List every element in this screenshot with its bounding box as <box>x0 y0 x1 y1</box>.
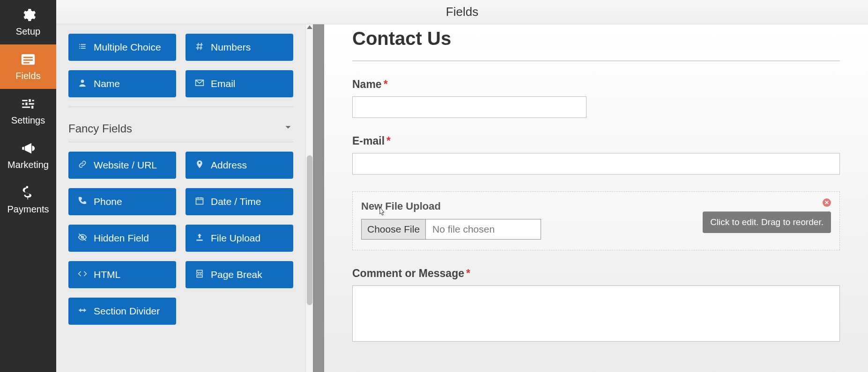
form-icon <box>20 51 37 68</box>
required-asterisk: * <box>466 267 470 279</box>
field-btn-label: Numbers <box>211 42 251 53</box>
field-btn-label: Phone <box>94 196 122 207</box>
svg-rect-3 <box>23 62 30 64</box>
nav-label: Setup <box>16 26 40 37</box>
message-textarea[interactable] <box>352 285 840 342</box>
email-label: E-mail* <box>352 135 840 147</box>
required-asterisk: * <box>386 135 391 147</box>
field-btn-datetime[interactable]: Date / Time <box>185 188 293 215</box>
field-btn-website[interactable]: Website / URL <box>68 152 176 179</box>
envelope-icon <box>195 78 204 90</box>
hr-icon <box>78 306 87 317</box>
form-preview: Contact Us Name* E-mail* ✕ New File Uplo… <box>324 24 868 372</box>
edit-drag-tooltip: Click to edit. Drag to reorder. <box>703 212 831 233</box>
name-field-block[interactable]: Name* <box>352 78 840 118</box>
name-label: Name* <box>352 78 840 91</box>
nav-label: Fields <box>15 71 40 81</box>
field-btn-name[interactable]: Name <box>68 70 176 97</box>
field-btn-label: Hidden Field <box>94 233 149 244</box>
gear-icon <box>20 7 37 23</box>
delete-field-icon[interactable]: ✕ <box>823 198 831 207</box>
list-icon <box>78 42 87 53</box>
hash-icon <box>195 42 204 53</box>
file-upload-field-block[interactable]: ✕ New File Upload Choose File No file ch… <box>352 191 840 250</box>
email-field-block[interactable]: E-mail* <box>352 135 840 175</box>
field-btn-section-divider[interactable]: Section Divider <box>68 298 176 325</box>
field-btn-pagebreak[interactable]: Page Break <box>185 261 293 288</box>
message-field-block[interactable]: Comment or Message* <box>352 267 840 343</box>
eye-slash-icon <box>78 233 87 244</box>
field-btn-html[interactable]: HTML <box>68 261 176 288</box>
sliders-icon <box>20 95 37 112</box>
message-label: Comment or Message* <box>352 267 840 280</box>
scroll-thumb[interactable] <box>307 155 312 305</box>
title-divider <box>352 60 840 61</box>
field-btn-label: Section Divider <box>94 306 160 317</box>
choose-file-button[interactable]: Choose File <box>361 219 426 240</box>
nav-payments[interactable]: Payments <box>0 178 56 222</box>
form-title[interactable]: Contact Us <box>352 28 840 49</box>
field-btn-label: Website / URL <box>94 160 157 171</box>
field-btn-label: Name <box>94 78 120 89</box>
svg-rect-2 <box>23 59 33 61</box>
nav-label: Payments <box>7 204 49 215</box>
phone-icon <box>78 196 87 208</box>
nav-marketing[interactable]: Marketing <box>0 133 56 178</box>
field-btn-multiple-choice[interactable]: Multiple Choice <box>68 34 176 61</box>
field-palette: Multiple ChoiceNumbers NameEmail Fancy F… <box>56 24 305 372</box>
panel-divider[interactable] <box>313 24 324 372</box>
fancy-fields-section-header[interactable]: Fancy Fields <box>68 116 293 142</box>
chevron-down-icon <box>283 122 293 135</box>
person-icon <box>78 78 87 90</box>
email-input[interactable] <box>352 153 840 175</box>
field-btn-label: Page Break <box>211 269 262 280</box>
field-btn-label: HTML <box>94 269 120 280</box>
scroll-up-icon[interactable] <box>307 25 312 29</box>
field-btn-email[interactable]: Email <box>185 70 293 97</box>
svg-rect-1 <box>23 57 33 58</box>
field-btn-hidden[interactable]: Hidden Field <box>68 225 176 252</box>
section-title: Fancy Fields <box>68 122 132 135</box>
svg-point-4 <box>81 80 84 83</box>
field-btn-label: Email <box>211 78 236 89</box>
svg-rect-5 <box>196 198 203 204</box>
link-icon <box>78 160 87 171</box>
field-btn-phone[interactable]: Phone <box>68 188 176 215</box>
bullhorn-icon <box>20 140 37 157</box>
palette-scrollbar[interactable] <box>305 24 313 372</box>
nav-settings[interactable]: Settings <box>0 89 56 133</box>
required-asterisk: * <box>384 78 388 90</box>
file-status-text: No file chosen <box>426 219 541 240</box>
svg-rect-7 <box>197 270 202 272</box>
marker-icon <box>195 160 204 171</box>
sidebar: Setup Fields Settings Marketing Payments <box>0 0 56 372</box>
svg-rect-8 <box>197 275 202 277</box>
upload-icon <box>195 233 204 244</box>
code-icon <box>78 269 87 281</box>
field-btn-numbers[interactable]: Numbers <box>185 34 293 61</box>
field-btn-label: Date / Time <box>211 196 261 207</box>
pagebreak-icon <box>195 269 204 281</box>
header-title: Fields <box>446 5 478 19</box>
nav-label: Marketing <box>7 160 49 170</box>
nav-setup[interactable]: Setup <box>0 0 56 44</box>
field-btn-label: Multiple Choice <box>94 42 161 53</box>
calendar-icon <box>195 196 204 208</box>
dollar-icon <box>20 184 37 201</box>
field-btn-address[interactable]: Address <box>185 152 293 179</box>
nav-fields[interactable]: Fields <box>0 44 56 89</box>
nav-label: Settings <box>11 115 45 126</box>
name-input[interactable] <box>352 96 586 118</box>
field-btn-fileupload[interactable]: File Upload <box>185 225 293 252</box>
field-btn-label: Address <box>211 160 247 171</box>
upload-field-label: New File Upload <box>361 200 831 212</box>
field-btn-label: File Upload <box>211 233 260 244</box>
page-header: Fields <box>56 0 868 24</box>
